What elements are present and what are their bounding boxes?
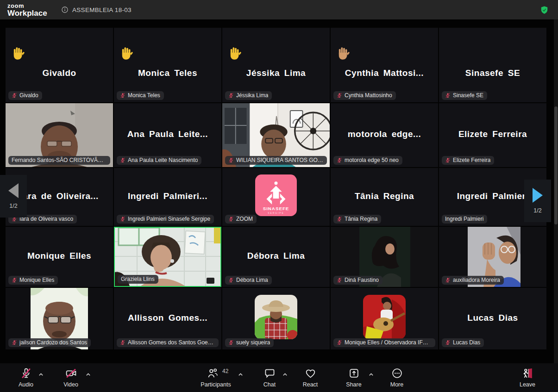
muted-mic-icon	[337, 93, 342, 98]
tile-sinasefe-se[interactable]: Sinasefe SE Sinasefe SE	[439, 28, 546, 102]
mic-muted-icon	[20, 367, 32, 379]
tile-suely-siqueira[interactable]: suely siqueira	[222, 288, 330, 349]
participant-name: Ana Paula Leite...	[114, 129, 221, 139]
tile-graziela-llins[interactable]: Graziela Llins	[114, 227, 221, 287]
previous-page-arrow-icon	[8, 183, 19, 198]
leave-meeting-icon	[522, 367, 533, 379]
raised-hand-icon	[12, 46, 25, 60]
participant-label: Cynthia Mattosinho	[333, 91, 396, 100]
muted-mic-icon	[12, 93, 17, 98]
previous-page-button[interactable]: 1/2	[0, 175, 27, 218]
next-page-arrow-icon	[533, 188, 543, 203]
gallery-grid: Givaldo Givaldo Monica Teles Monica Tele…	[0, 19, 558, 349]
participant-label: Fernando Santos-SÃO CRISTÓVÃO/SE	[8, 156, 110, 165]
muted-mic-icon	[445, 157, 451, 163]
more-options-icon	[391, 367, 403, 379]
tile-tania-regina[interactable]: Tânia Regina Tânia Regina	[331, 168, 438, 226]
svg-text:SERGIPE: SERGIPE	[268, 212, 284, 214]
share-button[interactable]: Share	[336, 363, 371, 392]
participant-name: Monique Elles	[6, 251, 113, 261]
audio-button[interactable]: Audio	[8, 363, 44, 392]
muted-mic-icon	[228, 93, 234, 98]
share-options-caret[interactable]	[368, 372, 374, 378]
participant-label: Ingredi Palmieri	[442, 215, 487, 224]
raised-hand-icon	[337, 46, 350, 60]
muted-mic-icon	[337, 277, 342, 283]
tile-allisson-gomes[interactable]: Allisson Gomes... Allisson Gomes dos San…	[114, 288, 221, 349]
tile-motorola-edge[interactable]: motorola edge... motorola edge 50 neo	[331, 103, 438, 167]
tile-jailson-cardozo[interactable]: jailson Cardozo dos Santos	[6, 288, 113, 349]
monique-avatar	[363, 295, 406, 341]
participant-label: Ingredi Palmieri Sinasefe Sergipe	[117, 215, 214, 224]
muted-mic-icon	[120, 93, 125, 98]
participant-name: Elizete Ferreira	[439, 129, 546, 139]
muted-mic-icon	[120, 340, 125, 345]
participant-label: motorola edge 50 neo	[333, 156, 402, 165]
muted-mic-icon	[445, 340, 451, 345]
participant-label: Givaldo	[8, 91, 42, 100]
chat-button[interactable]: Chat	[252, 363, 287, 392]
top-bar: zoom Workplace ASSEMBLEIA 18-03	[0, 0, 558, 19]
participant-name: Débora Lima	[222, 251, 330, 261]
page-indicator: 1/2	[9, 203, 17, 209]
tile-debora-lima[interactable]: Débora Lima Débora Lima	[222, 227, 330, 287]
tile-auxiliadora-moreira[interactable]: auxiliadora Moreira	[439, 227, 546, 287]
muted-mic-icon	[337, 157, 342, 163]
tile-givaldo[interactable]: Givaldo Givaldo	[6, 28, 113, 102]
participant-name: Ingredi Palmieri...	[114, 191, 221, 201]
react-button[interactable]: React	[293, 363, 328, 392]
logo-zoom-text: zoom	[7, 3, 47, 9]
tile-dina-faustino[interactable]: Diná Faustino	[331, 227, 438, 287]
participant-name: motorola edge...	[331, 129, 438, 139]
next-page-button[interactable]: 1/2	[524, 180, 551, 222]
tile-monique-observadora[interactable]: Monique Elles / Observadora IFS -...	[331, 288, 438, 349]
tile-monique-elles[interactable]: Monique Elles Monique Elles	[6, 227, 113, 287]
participants-options-caret[interactable]	[238, 372, 244, 378]
leave-button[interactable]: Leave	[510, 363, 545, 392]
encryption-shield-icon[interactable]	[540, 6, 549, 14]
participants-button[interactable]: 42 Participants	[198, 363, 233, 392]
video-options-caret[interactable]	[85, 372, 91, 378]
scrollbar-thumb[interactable]	[554, 106, 558, 224]
tile-cynthia-mattosinho[interactable]: Cynthia Mattosi... Cynthia Mattosinho	[331, 28, 438, 102]
tile-ana-paula[interactable]: Ana Paula Leite... Ana Paula Leite Nasci…	[114, 103, 221, 167]
muted-mic-icon	[228, 216, 234, 222]
more-button[interactable]: More	[379, 363, 414, 392]
tile-zoom-sinasefe[interactable]: SINASEFE SERGIPE ZOOM	[222, 168, 330, 226]
tile-ingredi-palmieri-sergipe[interactable]: Ingredi Palmieri... Ingredi Palmieri Sin…	[114, 168, 221, 226]
video-button[interactable]: Video	[53, 363, 88, 392]
participant-label: suely siqueira	[225, 338, 274, 347]
tile-fernando-santos[interactable]: Fernando Santos-SÃO CRISTÓVÃO/SE	[6, 103, 113, 167]
participant-label: Monica Teles	[117, 91, 164, 100]
audio-options-caret[interactable]	[38, 372, 44, 378]
participant-name: Tânia Regina	[331, 191, 438, 201]
meeting-toolbar: Audio Video 42 Participants Chat React S…	[0, 363, 558, 392]
participant-label: ZOOM	[225, 215, 257, 224]
participant-label: Ana Paula Leite Nascimento	[117, 156, 201, 165]
tile-elizete-ferreira[interactable]: Elizete Ferreira Elizete Ferreira	[439, 103, 546, 167]
muted-mic-icon	[228, 340, 234, 345]
participant-name: Allisson Gomes...	[114, 313, 221, 323]
chat-icon	[264, 367, 276, 379]
muted-mic-icon	[228, 157, 234, 163]
participant-label: Graziela Llins	[118, 275, 158, 284]
chat-options-caret[interactable]	[282, 372, 288, 378]
info-icon	[61, 6, 69, 13]
tile-jessika-lima[interactable]: Jéssika Lima Jéssika Lima	[222, 28, 330, 102]
tile-lucas-dias[interactable]: Lucas Dias Lucas Dias	[439, 288, 546, 349]
participant-label: WILIAN SIQUEIRA SANTOS GOMES	[225, 156, 327, 165]
participant-label: Monique Elles / Observadora IFS -...	[333, 338, 435, 347]
tile-wilian-siqueira[interactable]: WILIAN SIQUEIRA SANTOS GOMES	[222, 103, 330, 167]
participant-label: Allisson Gomes dos Santos Goes -...	[117, 338, 219, 347]
camera-off-icon	[65, 367, 77, 379]
participant-label: Débora Lima	[225, 276, 272, 285]
meeting-info[interactable]: ASSEMBLEIA 18-03	[61, 0, 132, 19]
muted-mic-icon	[445, 277, 451, 283]
muted-mic-icon	[12, 340, 17, 345]
tile-monica-teles[interactable]: Monica Teles Monica Teles	[114, 28, 221, 102]
muted-mic-icon	[120, 157, 125, 163]
participant-name: Sinasefe SE	[439, 68, 546, 78]
zoom-workplace-logo: zoom Workplace	[7, 3, 47, 17]
participant-gallery: Givaldo Givaldo Monica Teles Monica Tele…	[0, 19, 558, 363]
participant-label: Lucas Dias	[442, 338, 484, 347]
